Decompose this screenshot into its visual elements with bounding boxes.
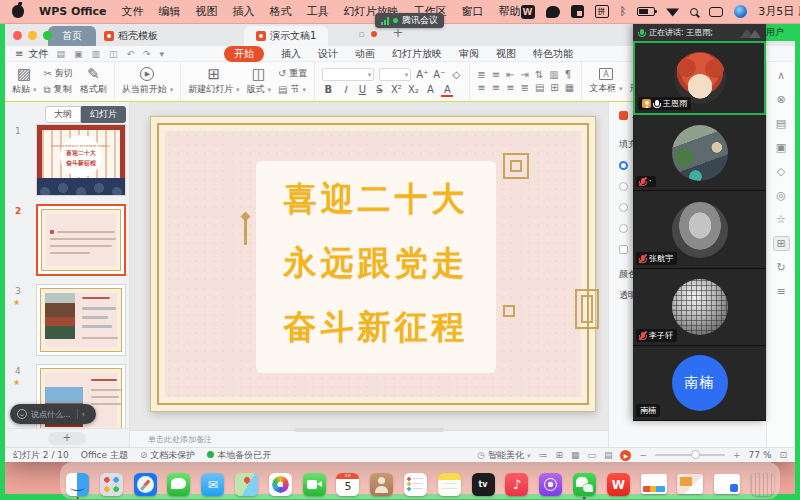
clear-format-button[interactable]: ◇	[450, 69, 462, 80]
fit-slide-icon[interactable]: ⊡	[779, 450, 787, 460]
safari-icon[interactable]	[134, 473, 157, 496]
normal-view-icon[interactable]: ⊞	[555, 450, 563, 460]
slide-thumbnail-1[interactable]: UNVEIL THE BEAUTY OF CHINESE SYMBOLS 喜迎二…	[36, 124, 126, 196]
panel-icon-color[interactable]: ◇	[773, 164, 790, 179]
finder-icon[interactable]	[66, 473, 89, 496]
panel-icon-history[interactable]: ↻	[773, 260, 790, 275]
decrease-font-button[interactable]: A⁻	[433, 69, 445, 80]
ribbon-tab-special[interactable]: 特色功能	[533, 47, 573, 61]
user-switch-icon[interactable]	[734, 5, 747, 18]
ribbon-tab-insert[interactable]: 插入	[281, 47, 301, 61]
minimize-window-button[interactable]	[28, 31, 37, 40]
justify-icon[interactable]: ≣	[521, 83, 529, 93]
collapse-strip-icon[interactable]: ∧	[773, 68, 790, 83]
wechat-icon[interactable]	[573, 473, 596, 496]
facetime-icon[interactable]	[303, 473, 326, 496]
window-preview-1[interactable]	[641, 474, 667, 494]
slide-title-text[interactable]: 喜迎二十大 永远跟党走 奋斗新征程	[256, 167, 496, 359]
contacts-icon[interactable]	[370, 473, 393, 496]
collapse-chevron-icon[interactable]: ‹	[82, 410, 85, 419]
calendar-icon[interactable]: 3月 5	[336, 473, 359, 496]
participant-tile-1[interactable]: 王恩雨	[633, 41, 766, 115]
current-slide[interactable]: 喜迎二十大 永远跟党走 奋斗新征程	[150, 116, 596, 412]
slide-thumbnail-3[interactable]	[36, 284, 126, 356]
window-preview-3[interactable]	[714, 474, 740, 494]
messages-icon[interactable]	[167, 473, 190, 496]
align-center-icon[interactable]: ≡	[492, 83, 500, 93]
input-method-icon[interactable]: 拼	[595, 5, 609, 18]
maps-icon[interactable]	[235, 473, 258, 496]
panel-icon-animation[interactable]: ☆	[773, 212, 790, 227]
menubar-app-name[interactable]: WPS Office	[39, 5, 107, 18]
strikethrough-button[interactable]: S	[373, 84, 385, 95]
ribbon-tab-start[interactable]: 开始	[224, 46, 264, 62]
copy-button[interactable]: ⧉复制	[43, 83, 72, 96]
bluetooth-icon[interactable]: ᛒ	[620, 5, 627, 19]
add-slide-button[interactable]: +	[48, 432, 86, 445]
numbering-icon[interactable]: ≡	[492, 70, 500, 80]
line-spacing-icon[interactable]: ⇅	[535, 70, 543, 80]
podcasts-icon[interactable]	[539, 473, 562, 496]
protection-status[interactable]: ⊘ 文档未保护	[140, 449, 195, 462]
tab-home[interactable]: 首页	[48, 26, 96, 46]
ribbon-tab-animation[interactable]: 动画	[355, 47, 375, 61]
outdent-icon[interactable]: ⇤	[506, 70, 514, 80]
layout-button[interactable]: ◫ 版式 ▾	[247, 67, 271, 96]
close-window-button[interactable]	[13, 31, 22, 40]
zoom-in-button[interactable]: +	[733, 450, 741, 460]
bullets-icon[interactable]: ≣	[477, 70, 485, 80]
slideshow-play-button[interactable]: ▶	[620, 450, 631, 461]
launchpad-icon[interactable]	[100, 473, 123, 496]
menu-insert[interactable]: 插入	[233, 4, 255, 19]
emoji-icon[interactable]	[17, 409, 27, 419]
control-center-icon[interactable]	[709, 7, 723, 17]
notes-icon[interactable]	[438, 473, 461, 496]
section-button[interactable]: ▤节 ▾	[278, 83, 307, 96]
notes-bar[interactable]: 单击此处添加备注	[130, 430, 608, 447]
notes-drag-handle[interactable]	[294, 428, 444, 432]
open-icon[interactable]: ▤	[56, 49, 65, 59]
apple-menu-icon[interactable]	[12, 5, 24, 18]
close-panel-icon[interactable]: ⊗	[773, 92, 790, 107]
tab-slides[interactable]: 幻灯片	[81, 106, 126, 123]
bold-button[interactable]: B	[322, 84, 334, 95]
wechat-tray-icon[interactable]	[546, 6, 560, 18]
font-color-button[interactable]: A	[441, 84, 453, 95]
slide-sorter-icon[interactable]: ▦	[571, 450, 580, 460]
underline-button[interactable]: U	[356, 84, 368, 95]
spotlight-search-icon[interactable]	[690, 8, 698, 16]
more-icon[interactable]: ▾	[160, 49, 165, 59]
wps-tray-icon[interactable]: W	[521, 5, 535, 19]
reminders-icon[interactable]	[404, 473, 427, 496]
participant-tile-3[interactable]: 张航宇	[633, 191, 766, 269]
menubar-clock[interactable]: 3月5日 周六 下午9:09	[758, 4, 800, 19]
preview-icon[interactable]: ◫	[109, 49, 118, 59]
highlight-color-button[interactable]: A	[424, 84, 436, 95]
restore-icon[interactable]: ▫	[358, 29, 364, 39]
file-menu-button[interactable]: 文件	[28, 47, 48, 61]
font-family-select[interactable]: ▾	[322, 68, 374, 81]
slide-thumbnail-2[interactable]	[36, 204, 126, 276]
window-preview-2[interactable]	[677, 474, 703, 494]
music-icon[interactable]: ♪	[505, 473, 528, 496]
backup-status[interactable]: 本地备份已开	[207, 449, 271, 462]
tab-document[interactable]: 演示文稿1	[244, 26, 328, 46]
panel-icon-properties-active[interactable]: ⊞	[773, 236, 790, 251]
redo-icon[interactable]: ↷	[143, 49, 151, 59]
adjust-icon[interactable]: ≔	[538, 450, 547, 460]
hamburger-menu-icon[interactable]: ≡	[15, 48, 22, 59]
mail-icon[interactable]	[201, 473, 224, 496]
reading-view-icon[interactable]: ▭	[587, 450, 596, 460]
font-size-select[interactable]: ▾	[379, 68, 411, 81]
battery-icon[interactable]	[637, 7, 655, 16]
meeting-chat-input[interactable]: 说点什么... ‹	[10, 404, 96, 424]
zoom-window-button[interactable]	[43, 31, 52, 40]
panel-icon-selection[interactable]: ▣	[773, 140, 790, 155]
align-right-icon[interactable]: ≡	[506, 83, 514, 93]
ribbon-tab-review[interactable]: 审阅	[459, 47, 479, 61]
ribbon-tab-slideshow[interactable]: 幻灯片放映	[392, 47, 442, 61]
text-direction-icon[interactable]: ¶	[565, 70, 571, 80]
panel-icon-effects[interactable]: ◎	[773, 188, 790, 203]
menu-file[interactable]: 文件	[122, 4, 144, 19]
textbox-button[interactable]: A 文本框 ▾	[589, 68, 622, 95]
